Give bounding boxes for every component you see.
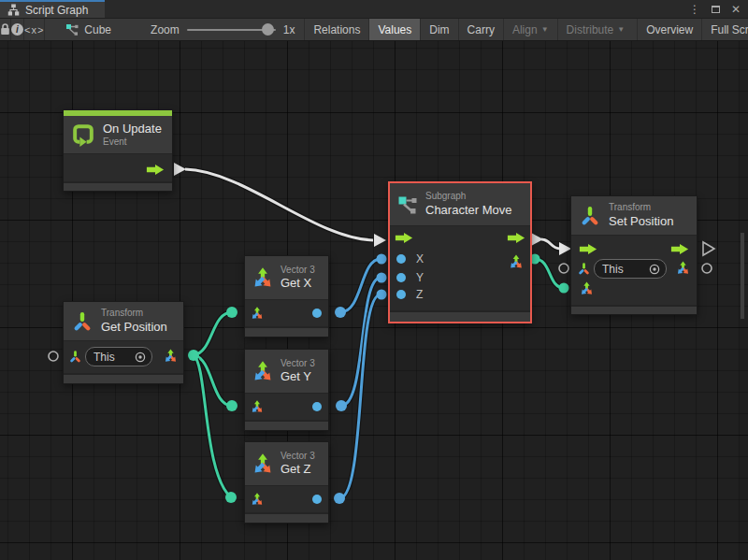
vector3-input-port[interactable]	[250, 492, 265, 507]
node-subtitle: Transform	[609, 202, 673, 214]
node-header: Subgraph Character Move	[390, 183, 530, 226]
value-output-port[interactable]	[312, 495, 322, 504]
vector3-input-port[interactable]	[579, 280, 595, 296]
info-button[interactable]: i	[11, 19, 24, 40]
dim-button[interactable]: Dim	[420, 19, 457, 40]
node-footer	[571, 305, 697, 314]
values-button[interactable]: Values	[368, 19, 420, 40]
node-character-move[interactable]: Subgraph Character Move X Y Z	[388, 181, 532, 323]
transform-port-icon[interactable]	[577, 262, 591, 276]
node-set-position[interactable]: Transform Set Position This	[570, 195, 698, 315]
graph-context-label: Cube	[84, 23, 111, 36]
lock-button[interactable]	[0, 19, 11, 40]
script-graph-window: Script Graph ⋮ ✕ i <x>	[0, 0, 748, 560]
carry-button[interactable]: Carry	[458, 19, 503, 40]
wire-getposition-to-getx[interactable]	[194, 307, 237, 355]
this-object-field[interactable]: This	[85, 347, 152, 366]
node-get-y[interactable]: Vector 3 Get Y	[244, 349, 329, 431]
node-footer	[390, 310, 530, 322]
node-subtitle: Subgraph	[425, 191, 511, 203]
value-input-port-z[interactable]	[396, 290, 406, 299]
setposition-this-connector[interactable]	[559, 264, 568, 273]
port-label-z: Z	[416, 288, 423, 301]
setposition-exec-out-connector[interactable]	[703, 242, 714, 255]
transform-icon	[71, 310, 94, 333]
node-subtitle: Event	[103, 136, 162, 149]
chevron-down-icon: ▼	[617, 26, 625, 34]
zoom-control: Zoom 1x	[124, 19, 304, 40]
exec-output-port[interactable]	[670, 243, 689, 255]
wire-charactermove-vector-to-setposition[interactable]	[530, 254, 569, 294]
transform-port-icon[interactable]	[68, 350, 82, 364]
menu-icon[interactable]: ⋮	[689, 4, 700, 15]
exec-output-port[interactable]	[146, 164, 165, 176]
target-picker-icon[interactable]	[649, 264, 660, 275]
close-icon[interactable]: ✕	[731, 4, 741, 15]
node-title: Get Y	[280, 369, 315, 384]
maximize-icon[interactable]	[712, 6, 720, 13]
overview-button[interactable]: Overview	[637, 19, 701, 40]
code-preview-button[interactable]: <x>	[24, 19, 45, 40]
wire-getx-to-charactermove-x[interactable]	[335, 254, 387, 319]
relations-button[interactable]: Relations	[304, 19, 368, 40]
wire-onupdate-to-charactermove[interactable]	[174, 163, 386, 247]
target-picker-icon[interactable]	[135, 352, 146, 363]
window-controls: ⋮ ✕	[689, 0, 748, 18]
wire-getposition-to-gety[interactable]	[194, 355, 237, 411]
node-subtitle: Vector 3	[280, 265, 315, 277]
wire-charactermove-to-setposition[interactable]	[531, 233, 571, 255]
subgraph-icon	[397, 194, 418, 215]
vector3-output-port[interactable]	[675, 260, 691, 276]
getposition-this-connector[interactable]	[49, 352, 58, 361]
wire-getposition-to-getz[interactable]	[188, 350, 237, 503]
vector3-output-port[interactable]	[508, 253, 525, 270]
zoom-slider[interactable]	[187, 29, 276, 31]
fullscreen-button[interactable]: Full Screen	[701, 19, 748, 40]
zoom-slider-handle[interactable]	[262, 23, 274, 36]
zoom-value: 1x	[283, 23, 295, 36]
node-title: Get Z	[280, 462, 315, 477]
graph-context[interactable]: Cube	[45, 19, 124, 40]
vector3-input-port[interactable]	[250, 399, 265, 414]
canvas-scrollbar[interactable]	[741, 233, 744, 319]
node-footer	[64, 181, 172, 191]
wire-gety-to-charactermove-y[interactable]	[336, 273, 387, 412]
lock-icon	[0, 23, 10, 36]
node-title: Set Position	[609, 214, 673, 229]
node-on-update[interactable]: On Update Event	[63, 109, 173, 192]
node-footer	[64, 373, 183, 383]
node-get-z[interactable]: Vector 3 Get Z	[244, 441, 329, 524]
tab-script-graph[interactable]: Script Graph	[0, 0, 105, 18]
port-label-y: Y	[416, 271, 424, 284]
node-header: Vector 3 Get Y	[245, 350, 328, 394]
graph-canvas[interactable]: On Update Event Transfo	[0, 41, 748, 560]
this-object-field[interactable]: This	[594, 259, 667, 279]
node-footer	[245, 420, 328, 430]
vector3-icon	[251, 266, 275, 290]
node-title: Character Move	[425, 203, 511, 218]
exec-output-port[interactable]	[507, 232, 525, 244]
exec-input-port[interactable]	[579, 243, 597, 255]
node-subtitle: Vector 3	[280, 451, 315, 463]
vector3-output-port[interactable]	[163, 348, 179, 364]
value-output-port[interactable]	[312, 402, 322, 411]
exec-input-port[interactable]	[395, 232, 413, 244]
node-header: Vector 3 Get X	[245, 256, 328, 300]
info-icon: i	[11, 23, 23, 36]
node-footer	[245, 326, 328, 337]
value-input-port-y[interactable]	[396, 273, 406, 282]
align-dropdown[interactable]: Align ▼	[503, 19, 557, 40]
code-icon: <x>	[24, 24, 44, 36]
node-get-position[interactable]: Transform Get Position This	[63, 301, 184, 384]
node-header: Transform Get Position	[64, 302, 183, 341]
distribute-dropdown[interactable]: Distribute ▼	[557, 19, 634, 40]
vector3-icon	[251, 452, 275, 476]
setposition-value-out-connector[interactable]	[702, 264, 712, 273]
vector3-input-port[interactable]	[250, 306, 265, 321]
vector3-icon	[251, 359, 275, 383]
value-input-port-x[interactable]	[396, 254, 406, 264]
node-header: Vector 3 Get Z	[245, 442, 328, 486]
node-get-x[interactable]: Vector 3 Get X	[244, 255, 329, 337]
wire-getz-to-charactermove-z[interactable]	[334, 290, 387, 505]
value-output-port[interactable]	[312, 309, 322, 318]
